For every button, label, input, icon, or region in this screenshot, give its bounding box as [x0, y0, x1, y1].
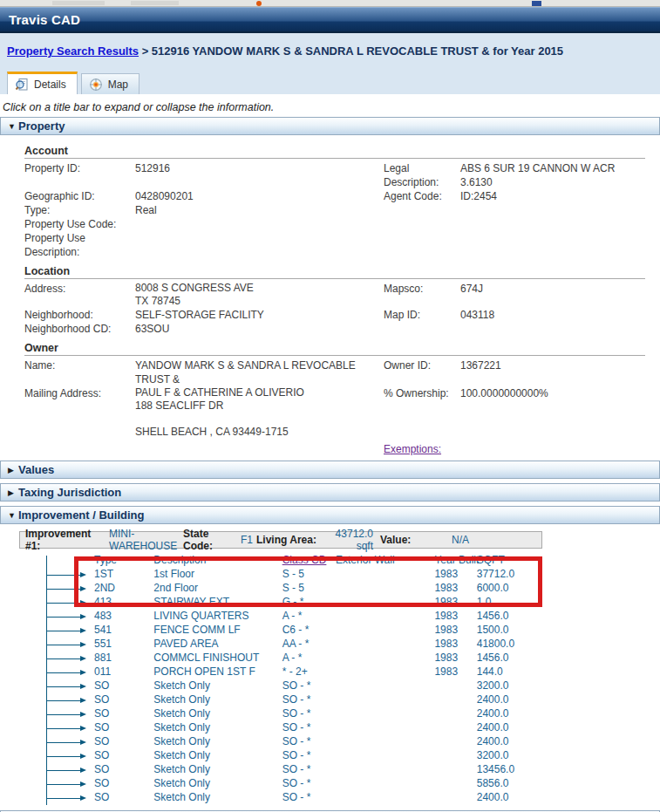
collapse-arrow-icon: ▼: [8, 511, 18, 520]
cell-year-built: 1983: [434, 596, 473, 608]
section-title: Improvement / Building: [18, 508, 144, 522]
cell-sqft: 2400.0: [477, 735, 538, 747]
cell-class-cd: G - *: [282, 596, 333, 608]
cell-sqft: 1.0: [477, 596, 538, 608]
field-label: Geographic ID:: [24, 189, 135, 203]
cell-class-cd: SO - *: [282, 777, 333, 789]
living-area-label: Living Area:: [256, 534, 323, 546]
cell-class-cd: S - 5: [282, 568, 333, 580]
property-row: Name: YANDOW MARK S & SANDRA L REVOCABLE…: [24, 358, 645, 386]
field-label: Property Use Description:: [24, 231, 135, 259]
section-bar-property[interactable]: ▼ Property: [0, 117, 660, 135]
tree-branch-arrow-icon: [46, 672, 80, 673]
tree-branch-arrow-icon: [46, 575, 80, 576]
improvement-number-label: Improvement #1:: [25, 528, 109, 552]
cell-type: SO: [94, 763, 151, 775]
improvement-row: 551 PAVED AREA AA - * 1983 41800.0: [0, 638, 660, 652]
tab-details[interactable]: Details: [7, 72, 78, 94]
improvement-row: SO Sketch Only SO - * 3200.0: [0, 679, 660, 693]
property-location-group: Location Address: 8008 S CONGRESS AVE TX…: [24, 265, 645, 338]
improvement-row: SO Sketch Only SO - * 2400.0: [0, 735, 660, 749]
improvement-row: 011 PORCH OPEN 1ST F * - 2+ 1983 144.0: [0, 665, 660, 679]
cell-class-cd: A - *: [282, 652, 333, 664]
field-label: Neighborhood:: [24, 308, 135, 322]
improvement-row: SO Sketch Only SO - * 2400.0: [0, 791, 660, 805]
cell-class-cd: * - 2+: [282, 665, 333, 678]
tab-map-label: Map: [108, 78, 128, 91]
tree-branch-arrow-icon: [46, 756, 80, 757]
cell-type: SO: [94, 749, 151, 761]
value-label: Value:: [380, 534, 417, 546]
cell-description: Sketch Only: [153, 693, 279, 706]
field-label: Map ID:: [384, 308, 460, 322]
tab-map[interactable]: Map: [81, 73, 139, 94]
expand-arrow-icon: ▶: [8, 488, 18, 497]
map-target-icon: [89, 78, 103, 92]
cell-description: 1st Floor: [153, 568, 279, 580]
cell-sqft: 3200.0: [477, 749, 538, 761]
cell-description: PORCH OPEN 1ST F: [153, 665, 279, 678]
field-label: Agent Code:: [384, 189, 460, 203]
cell-description: LIVING QUARTERS: [153, 610, 279, 622]
cell-class-cd: SO - *: [282, 735, 333, 747]
improvement-row: 483 LIVING QUARTERS A - * 1983 1456.0: [0, 610, 660, 624]
browser-chrome-fragment: [52, 1, 105, 5]
cell-year-built: 1983: [434, 652, 473, 664]
section-bar-values[interactable]: ▶ Values: [0, 461, 660, 479]
property-row: Mailing Address: PAUL F & CATHERINE A OL…: [24, 386, 645, 439]
browser-chrome-strip: [0, 0, 660, 7]
cell-type: SO: [94, 693, 151, 706]
section-bar-improvement-building[interactable]: ▼ Improvement / Building: [0, 506, 660, 524]
cell-class-cd: S - 5: [282, 582, 333, 594]
field-value: SELF-STORAGE FACILITY: [135, 308, 384, 322]
group-title-location: Location: [24, 265, 645, 279]
tree-branch-arrow-icon: [46, 728, 80, 729]
breadcrumb: Property Search Results > 512916 YANDOW …: [0, 33, 660, 58]
improvement-row: SO Sketch Only SO - * 13456.0: [0, 763, 660, 777]
cell-class-cd: SO - *: [282, 721, 333, 734]
cell-description: Sketch Only: [153, 749, 279, 761]
cell-description: Sketch Only: [153, 707, 279, 720]
property-account-group: Account Property ID: 512916 Legal Descri…: [24, 145, 645, 261]
tree-branch-arrow-icon: [46, 784, 80, 785]
property-row: Type: Real: [24, 203, 645, 217]
field-label: % Ownership:: [384, 386, 460, 400]
field-label: Property ID:: [24, 161, 135, 175]
collapse-arrow-icon: ▼: [8, 122, 18, 131]
cell-sqft: 2400.0: [477, 791, 538, 803]
cell-type: 413: [94, 596, 151, 608]
tree-branch-arrow-icon: [46, 631, 80, 631]
section-title: Property: [18, 119, 65, 133]
improvement-row: SO Sketch Only SO - * 2400.0: [0, 693, 660, 707]
cell-sqft: 144.0: [477, 665, 538, 678]
state-code-label: State Code:: [183, 528, 241, 552]
app-header: Travis CAD: [0, 7, 660, 33]
state-code-value: F1: [241, 534, 256, 546]
exemptions-link[interactable]: Exemptions:: [384, 442, 645, 456]
field-value: PAUL F & CATHERINE A OLIVERIO 188 SEACLI…: [135, 386, 384, 439]
cell-year-built: 1983: [434, 610, 473, 622]
field-value: ABS 6 SUR 19 CANNON W ACR 3.6130: [460, 161, 645, 189]
property-row: Address: 8008 S CONGRESS AVE TX 78745 Ma…: [24, 282, 645, 308]
field-label: Mailing Address:: [24, 386, 135, 400]
field-value: 043118: [460, 308, 645, 322]
living-area-value: 43712.0 sqft: [323, 528, 380, 552]
section-bar-taxing-jurisdiction[interactable]: ▶ Taxing Jurisdiction: [0, 483, 660, 502]
cell-type: 2ND: [94, 582, 151, 594]
breadcrumb-separator: >: [142, 44, 149, 58]
cell-sqft: 2400.0: [477, 721, 538, 734]
cell-sqft: 2400.0: [477, 707, 538, 720]
tree-branch-arrow-icon: [46, 589, 80, 590]
improvement-table-header: Type Description Class CD Exterior Wall …: [0, 554, 660, 568]
cell-sqft: 13456.0: [477, 763, 538, 775]
tree-branch-arrow-icon: [46, 770, 80, 771]
column-header-class-cd-link[interactable]: Class CD: [282, 554, 333, 566]
browser-chrome-fragment: [256, 1, 262, 6]
property-row: Property ID: 512916 Legal Description: A…: [24, 161, 645, 189]
section-title: Values: [18, 463, 54, 476]
cell-sqft: 2400.0: [477, 693, 538, 706]
browser-chrome-fragment: [532, 1, 541, 6]
field-label: Name:: [24, 358, 135, 372]
column-header-exterior-wall: Exterior Wall: [336, 554, 432, 566]
breadcrumb-link-search-results[interactable]: Property Search Results: [7, 44, 139, 58]
